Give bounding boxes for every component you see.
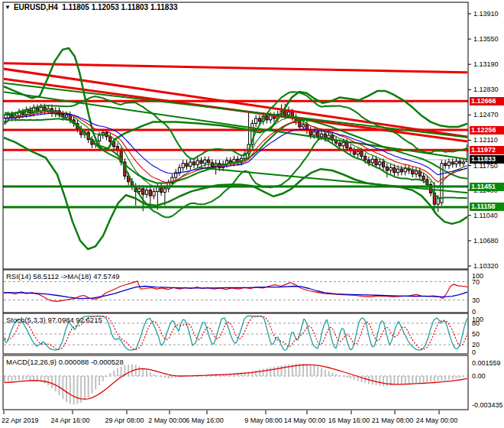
price-level-badge: 1.12256	[470, 126, 504, 135]
price-level-badge: 1.11833	[470, 155, 504, 164]
price-axis-label: 1.13550	[473, 35, 499, 43]
date-axis-label: 29 Apr 08:00	[105, 417, 144, 424]
price-axis-label: 1.10680	[473, 237, 499, 245]
date-axis-label: 22 Apr 2019	[2, 417, 39, 424]
date-axis-label: 14 May 00:00	[284, 417, 326, 424]
indicator-axis-label: 0	[472, 349, 476, 356]
indicator-axis-label: 30	[472, 297, 480, 304]
indicator-axis-label: 0	[472, 308, 476, 316]
date-axis-label: 6 May 16:00	[186, 417, 224, 424]
price-level-badge: 1.12666	[470, 97, 504, 105]
price-axis-label: 1.13190	[473, 60, 499, 68]
price-level-badge: 1.11972	[470, 146, 504, 154]
chart-header: ▼EURUSD,H4 1.11805 1.12053 1.11803 1.118…	[5, 3, 178, 11]
ohlc-readout: 1.11805 1.12053 1.11803 1.11833	[62, 3, 177, 11]
symbol-period-label: EURUSD,H4	[14, 3, 58, 11]
symbol-dropdown-icon[interactable]: ▼	[5, 4, 11, 11]
price-level-badge: 1.11158	[470, 203, 504, 211]
mt4-chart-window: ▼EURUSD,H4 1.11805 1.12053 1.11803 1.118…	[0, 0, 504, 428]
date-axis-label: 24 May 00:00	[416, 417, 458, 424]
indicator-axis-label: 0.001559	[472, 359, 501, 367]
price-axis-label: 1.12110	[473, 136, 498, 144]
date-axis-label: 16 May 16:00	[328, 417, 370, 424]
stoch-pane-label: Stoch(5,3,3) 97.0984 92.6215	[6, 316, 102, 324]
date-axis-label: 9 May 08:00	[244, 417, 283, 424]
red-trendline	[3, 69, 468, 137]
indicator-axis-label: 0.00	[472, 372, 486, 380]
price-level-badge: 1.11451	[470, 183, 504, 191]
price-axis-label: 1.13910	[473, 10, 499, 18]
date-axis-label: 21 May 08:00	[372, 417, 414, 424]
indicator-axis-label: 50	[472, 330, 480, 338]
price-axis-label: 1.12830	[473, 86, 499, 93]
date-axis-label: 24 Apr 16:00	[50, 417, 89, 424]
rsi-pane-label: RSI(14) 58.5112 ->MA(18) 47.5749	[6, 272, 119, 280]
candles-layer	[3, 104, 468, 213]
price-axis-label: 1.12470	[473, 111, 499, 118]
indicator-axis-label: -0.003435	[472, 401, 503, 409]
red-trendline	[3, 63, 468, 73]
indicator-axis-label: 70	[472, 278, 480, 286]
macd-pane-label: MACD(12,26,9) 0.000088 -0.000528	[6, 358, 124, 366]
price-axis-label: 1.10320	[473, 262, 499, 270]
indicator-axis-label: 80	[472, 319, 480, 327]
price-axis-label: 1.11040	[473, 212, 498, 219]
date-axis-label: 2 May 00:00	[148, 417, 186, 424]
